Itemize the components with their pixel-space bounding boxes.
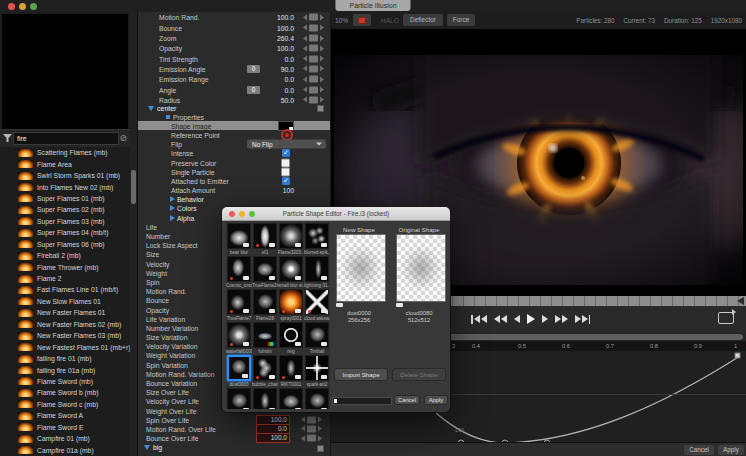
parameter-value[interactable]: 0.0 bbox=[285, 55, 294, 62]
shape-cell[interactable] bbox=[253, 355, 277, 381]
value-stepper[interactable] bbox=[301, 425, 322, 432]
list-item[interactable]: falling fire 01 (mb) bbox=[0, 353, 130, 364]
stepper-slider-icon[interactable] bbox=[309, 24, 318, 31]
jump-end-button[interactable] bbox=[575, 310, 591, 328]
play-button[interactable] bbox=[527, 310, 535, 328]
stepper-left-icon[interactable] bbox=[303, 35, 307, 41]
parameter-row[interactable]: Tint Strength0.0 bbox=[138, 53, 330, 63]
list-item[interactable]: Fast Flames Line 01 (mb/t) bbox=[0, 284, 130, 295]
keyframe-badge[interactable]: 0 bbox=[247, 86, 260, 94]
stepper-left-icon[interactable] bbox=[303, 66, 307, 72]
parameter-row[interactable]: Emission Range0.0 bbox=[138, 74, 330, 84]
stepper-left-icon[interactable] bbox=[303, 45, 307, 51]
parameter-row[interactable]: Spin Over Life100.0 bbox=[138, 415, 330, 424]
stepper-left-icon[interactable] bbox=[301, 426, 305, 432]
deflector-button[interactable]: Deflector bbox=[403, 14, 443, 26]
shape-cell[interactable] bbox=[253, 322, 277, 348]
shape-cell[interactable] bbox=[279, 289, 303, 315]
value-stepper[interactable] bbox=[303, 65, 324, 72]
shape-cell[interactable] bbox=[279, 322, 303, 348]
row-attached-to-emitter[interactable]: Attached to Emitter✓ bbox=[138, 176, 330, 185]
fast-rewind-button[interactable] bbox=[494, 310, 507, 328]
list-item[interactable]: Campfire 01 (mb) bbox=[0, 433, 130, 444]
inspector-scrollbar[interactable] bbox=[130, 0, 138, 456]
list-item[interactable]: Flame Sword (mb) bbox=[0, 376, 130, 387]
disclosure-triangle-icon[interactable] bbox=[170, 215, 175, 221]
shape-cell[interactable] bbox=[227, 322, 251, 348]
list-item[interactable]: Flame Area bbox=[0, 158, 130, 169]
stepper-left-icon[interactable] bbox=[303, 76, 307, 82]
row-single-particle[interactable]: Single Particle bbox=[138, 167, 330, 176]
stepper-left-icon[interactable] bbox=[303, 97, 307, 103]
loop-icon[interactable] bbox=[718, 312, 734, 324]
tree-node-big[interactable]: big bbox=[138, 443, 330, 452]
stepper-right-icon[interactable] bbox=[320, 66, 324, 72]
stepper-left-icon[interactable] bbox=[303, 14, 307, 20]
stepper-slider-icon[interactable] bbox=[307, 425, 316, 432]
shape-cell[interactable] bbox=[305, 289, 329, 315]
search-input[interactable] bbox=[13, 132, 119, 145]
close-window-icon[interactable] bbox=[8, 3, 15, 10]
list-item[interactable]: Flame Sword A bbox=[0, 410, 130, 421]
list-item[interactable]: Campfire 01a (mb) bbox=[0, 444, 130, 455]
attached-to-emitter-checkbox[interactable]: ✓ bbox=[282, 177, 290, 185]
stepper-slider-icon[interactable] bbox=[309, 76, 318, 83]
value-stepper[interactable] bbox=[303, 45, 324, 52]
dialog-title-bar[interactable]: Particle Shape Editor - Fire.i3 (locked) bbox=[222, 207, 450, 221]
flip-dropdown[interactable]: No Flip bbox=[247, 140, 326, 149]
parameter-value[interactable]: 100.0 bbox=[256, 433, 290, 443]
value-stepper[interactable] bbox=[303, 86, 324, 93]
parameter-value[interactable]: 100.0 bbox=[277, 14, 294, 21]
shape-cell[interactable] bbox=[279, 223, 303, 249]
apply-button[interactable]: Apply bbox=[718, 445, 744, 455]
shape-cell[interactable] bbox=[305, 322, 329, 348]
preserve-color-checkbox[interactable] bbox=[281, 158, 290, 167]
row-preserve-color[interactable]: Preserve Color bbox=[138, 158, 330, 167]
stepper-right-icon[interactable] bbox=[320, 97, 324, 103]
stepper-slider-icon[interactable] bbox=[309, 14, 318, 21]
grid-icon[interactable] bbox=[317, 445, 324, 452]
dialog-cancel-button[interactable]: Cancel bbox=[394, 395, 420, 405]
parameter-row[interactable]: Angle00.0 bbox=[138, 84, 330, 94]
list-item[interactable]: New Faster Flames 03 (mb) bbox=[0, 330, 130, 341]
stepper-right-icon[interactable] bbox=[320, 45, 324, 51]
shape-cell[interactable] bbox=[305, 388, 329, 409]
stepper-right-icon[interactable] bbox=[320, 87, 324, 93]
value-stepper[interactable] bbox=[303, 76, 324, 83]
stepper-right-icon[interactable] bbox=[320, 35, 324, 41]
stepper-right-icon[interactable] bbox=[320, 14, 324, 20]
stepper-left-icon[interactable] bbox=[303, 25, 307, 31]
stepper-right-icon[interactable] bbox=[318, 435, 322, 441]
list-item[interactable]: New Faster Flames 02 (mb) bbox=[0, 319, 130, 330]
shape-cell[interactable] bbox=[279, 355, 303, 381]
list-item[interactable]: New Slow Flames 01 bbox=[0, 296, 130, 307]
list-item[interactable]: Into Flames New 02 (mb) bbox=[0, 181, 130, 192]
value-stepper[interactable] bbox=[303, 55, 324, 62]
parameter-value[interactable]: 0.0 bbox=[285, 86, 294, 93]
stepper-left-icon[interactable] bbox=[301, 435, 305, 441]
tree-node-behavior[interactable]: Behavior bbox=[138, 195, 330, 204]
stepper-left-icon[interactable] bbox=[303, 87, 307, 93]
dialog-apply-button[interactable]: Apply bbox=[424, 395, 448, 405]
shape-cell[interactable] bbox=[227, 256, 251, 282]
stepper-right-icon[interactable] bbox=[320, 56, 324, 62]
shape-cell[interactable] bbox=[305, 355, 329, 381]
list-item[interactable]: falling fire 01a (mb) bbox=[0, 364, 130, 375]
shape-cell[interactable] bbox=[227, 289, 251, 315]
shape-cell[interactable] bbox=[279, 256, 303, 282]
disclosure-triangle-icon[interactable] bbox=[144, 445, 150, 450]
parameter-row[interactable]: Zoom260.4 bbox=[138, 33, 330, 43]
value-stepper[interactable] bbox=[303, 35, 324, 42]
shape-cell[interactable] bbox=[227, 388, 251, 409]
shape-cell[interactable] bbox=[305, 256, 329, 282]
shape-cell[interactable] bbox=[305, 223, 329, 249]
row-intense[interactable]: Intense✓ bbox=[138, 149, 330, 158]
zoom-window-icon[interactable] bbox=[30, 3, 37, 10]
force-button[interactable]: Force bbox=[447, 14, 475, 26]
fast-forward-button[interactable] bbox=[555, 310, 568, 328]
parameter-value[interactable]: 90.0 bbox=[281, 65, 294, 72]
parameter-value[interactable]: 100.0 bbox=[277, 24, 294, 31]
list-item[interactable]: Super Flames 01 (mb) bbox=[0, 193, 130, 204]
list-item[interactable]: New Faster Flames 01 bbox=[0, 307, 130, 318]
single-particle-checkbox[interactable] bbox=[281, 167, 290, 176]
